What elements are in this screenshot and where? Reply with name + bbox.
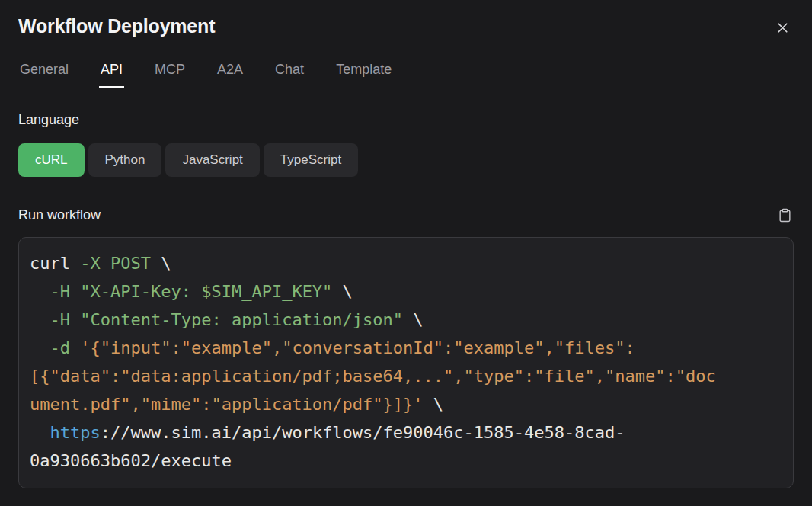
language-option-python[interactable]: Python [88,143,162,177]
code-line: [{"data":"data:application/pdf;base64,..… [30,362,782,390]
run-workflow-row: Run workflow [18,206,794,225]
language-option-typescript[interactable]: TypeScript [264,143,358,177]
clipboard-icon [778,207,792,223]
language-option-javascript[interactable]: JavaScript [165,143,259,177]
modal-header: Workflow Deployment [18,15,794,39]
copy-button[interactable] [776,206,794,225]
tab-a2a[interactable]: A2A [216,62,245,88]
code-line: ument.pdf","mime":"application/pdf"}]}' … [30,390,782,418]
code-line: -d '{"input":"example","conversationId":… [30,334,782,362]
language-option-curl[interactable]: cURL [18,143,85,177]
tab-api[interactable]: API [99,62,124,88]
code-line: curl -X POST \ [30,249,782,277]
tab-bar: GeneralAPIMCPA2AChatTemplate [18,62,794,88]
tab-mcp[interactable]: MCP [153,62,187,88]
code-content: curl -X POST \ -H "X-API-Key: $SIM_API_K… [30,249,782,475]
workflow-deployment-modal: Workflow Deployment GeneralAPIMCPA2AChat… [0,0,812,506]
tab-template[interactable]: Template [334,62,393,88]
code-line: 0a930663b602/execute [30,447,782,475]
language-label: Language [18,112,794,128]
language-selector: cURLPythonJavaScriptTypeScript [18,143,794,177]
run-workflow-label: Run workflow [18,207,101,223]
code-block[interactable]: curl -X POST \ -H "X-API-Key: $SIM_API_K… [18,237,794,488]
tab-general[interactable]: General [18,62,70,88]
code-line: https://www.sim.ai/api/workflows/fe90046… [30,418,782,447]
page-title: Workflow Deployment [18,15,215,37]
code-line: -H "X-API-Key: $SIM_API_KEY" \ [30,277,782,306]
close-icon [775,20,791,36]
code-line: -H "Content-Type: application/json" \ [30,306,782,334]
close-button[interactable] [772,17,794,39]
tab-chat[interactable]: Chat [273,62,305,88]
